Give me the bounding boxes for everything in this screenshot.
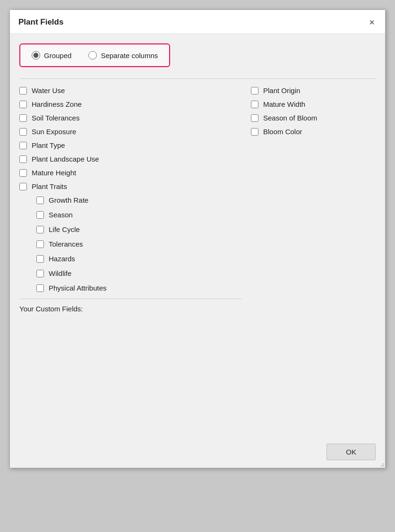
checkbox-life-cycle[interactable] [36, 226, 44, 233]
ok-button[interactable]: OK [326, 444, 376, 460]
svg-point-2 [383, 463, 384, 465]
checkbox-wildlife[interactable] [36, 270, 44, 277]
dialog-titlebar: Plant Fields × [10, 10, 385, 34]
checkbox-soil-tolerances[interactable] [19, 114, 27, 122]
dialog-title: Plant Fields [18, 17, 63, 27]
list-item[interactable]: Hazards [36, 255, 241, 263]
field-label-tolerances: Tolerances [49, 240, 83, 248]
field-label-mature-width: Mature Width [263, 100, 305, 108]
field-label-bloom-color: Bloom Color [263, 128, 302, 136]
fields-right: Plant Origin Mature Width Season of Bloo… [251, 86, 374, 317]
radio-separate[interactable]: Separate columns [88, 51, 158, 60]
field-label-physical-attributes: Physical Attributes [49, 284, 107, 292]
field-label-soil-tolerances: Soil Tolerances [32, 114, 79, 122]
list-item[interactable]: Life Cycle [36, 225, 241, 233]
field-label-sun-exposure: Sun Exposure [32, 128, 76, 136]
svg-point-1 [381, 465, 382, 467]
checkbox-season[interactable] [36, 211, 44, 219]
field-label-wildlife: Wildlife [49, 269, 71, 277]
custom-fields-section: Your Custom Fields: [19, 299, 241, 317]
fields-left: Water Use Hardiness Zone Soil Tolerances [19, 86, 251, 317]
close-button[interactable]: × [367, 17, 377, 28]
list-item[interactable]: Plant Type [19, 141, 241, 149]
field-label-season-of-bloom: Season of Bloom [263, 114, 317, 122]
list-item[interactable]: Mature Height [19, 169, 241, 177]
radio-grouped-input[interactable] [32, 51, 40, 60]
checkbox-plant-traits[interactable] [19, 183, 27, 190]
list-item[interactable]: Sun Exposure [19, 128, 241, 136]
checkbox-mature-width[interactable] [251, 101, 258, 108]
checkbox-plant-landscape-use[interactable] [19, 155, 27, 163]
checkbox-hazards[interactable] [36, 255, 44, 263]
custom-fields-label: Your Custom Fields: [19, 305, 83, 313]
field-label-hardiness-zone: Hardiness Zone [32, 100, 82, 108]
list-item[interactable]: Physical Attributes [36, 284, 241, 292]
checkbox-mature-height[interactable] [19, 169, 27, 177]
list-item[interactable]: Season [36, 211, 241, 219]
plant-fields-dialog: Plant Fields × Grouped Separate columns [9, 9, 386, 468]
list-item[interactable]: Wildlife [36, 269, 241, 277]
dialog-footer: OK [10, 436, 385, 468]
radio-separate-input[interactable] [88, 51, 97, 60]
field-label-hazards: Hazards [49, 255, 75, 263]
checkbox-tolerances[interactable] [36, 240, 44, 248]
svg-point-0 [383, 465, 384, 467]
field-label-plant-traits: Plant Traits [32, 182, 67, 190]
divider [19, 78, 376, 79]
checkbox-plant-type[interactable] [19, 142, 27, 149]
radio-grouped[interactable]: Grouped [32, 51, 71, 60]
list-item[interactable]: Water Use [19, 86, 241, 94]
checkbox-plant-origin[interactable] [251, 87, 258, 94]
list-item[interactable]: Plant Traits [19, 182, 241, 190]
field-label-plant-type: Plant Type [32, 141, 65, 149]
checkbox-sun-exposure[interactable] [19, 128, 27, 136]
list-item[interactable]: Growth Rate [36, 196, 241, 204]
field-label-water-use: Water Use [32, 86, 65, 94]
plant-traits-subitems: Growth Rate Season Life Cycle Toler [36, 196, 241, 292]
fields-layout: Water Use Hardiness Zone Soil Tolerances [19, 86, 374, 317]
list-item[interactable]: Plant Origin [251, 86, 374, 94]
checkbox-growth-rate[interactable] [36, 197, 44, 204]
list-item[interactable]: Soil Tolerances [19, 114, 241, 122]
field-label-life-cycle: Life Cycle [49, 225, 80, 233]
resize-handle [378, 461, 384, 467]
checkbox-water-use[interactable] [19, 87, 27, 94]
scrollable-content[interactable]: Water Use Hardiness Zone Soil Tolerances [19, 86, 376, 436]
field-label-growth-rate: Growth Rate [49, 196, 88, 204]
checkbox-physical-attributes[interactable] [36, 284, 44, 292]
field-label-plant-landscape-use: Plant Landscape Use [32, 155, 99, 163]
radio-separate-label: Separate columns [101, 51, 158, 60]
radio-grouped-label: Grouped [44, 51, 71, 60]
radio-group-box: Grouped Separate columns [19, 43, 170, 67]
field-label-plant-origin: Plant Origin [263, 86, 300, 94]
checkbox-season-of-bloom[interactable] [251, 114, 258, 122]
dialog-body: Grouped Separate columns Water Use [10, 34, 385, 436]
list-item[interactable]: Tolerances [36, 240, 241, 248]
field-label-mature-height: Mature Height [32, 169, 76, 177]
list-item[interactable]: Season of Bloom [251, 114, 374, 122]
list-item[interactable]: Hardiness Zone [19, 100, 241, 108]
checkbox-bloom-color[interactable] [251, 128, 258, 136]
checkbox-hardiness-zone[interactable] [19, 101, 27, 108]
field-label-season: Season [49, 211, 73, 219]
list-item[interactable]: Mature Width [251, 100, 374, 108]
list-item[interactable]: Bloom Color [251, 128, 374, 136]
list-item[interactable]: Plant Landscape Use [19, 155, 241, 163]
